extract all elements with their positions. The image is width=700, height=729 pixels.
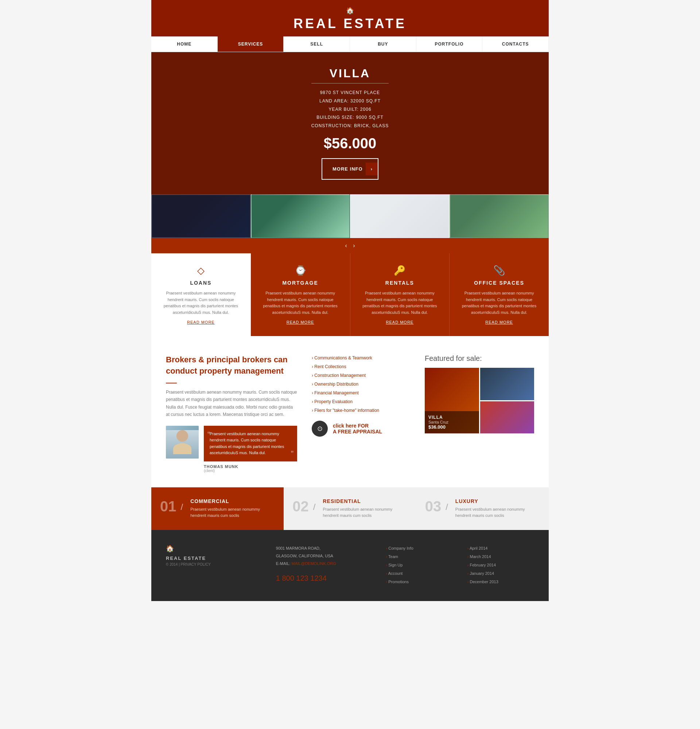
hero-building-size: BUILDING SIZE: 9000 SQ.FT (311, 113, 389, 122)
nav-home[interactable]: HOME (151, 36, 218, 52)
prev-arrow[interactable]: ‹ (345, 243, 347, 248)
archive-march-2014[interactable]: March 2014 (468, 555, 491, 559)
link-item[interactable]: Financial Management (312, 389, 410, 396)
main-content: Brokers & principal brokers can conduct … (151, 336, 549, 487)
broker-title: Brokers & principal brokers can conduct … (166, 354, 297, 377)
email-link[interactable]: MAIL@DEMOLINK.ORG (292, 561, 336, 566)
testimonial-name: THOMAS MUNK (204, 465, 297, 469)
categories-section: 01 / COMMERCIAL Praesent vestibulum aene… (151, 487, 549, 530)
featured-title: Featured for sale: (425, 354, 534, 363)
link-item[interactable]: Fliers for "take-home" information (312, 407, 410, 413)
cat-number-1: 01 (160, 498, 176, 515)
loans-title: LOANS (160, 280, 242, 286)
carousel-navigation: ‹ › (151, 238, 549, 253)
footer-brand-name: REAL ESTATE (166, 556, 261, 561)
testimonial-text: Praesent vestibulum aenean nonummy hendr… (204, 426, 297, 462)
featured-sub-property-2[interactable] (480, 401, 534, 434)
property-name: VILLA (428, 415, 475, 420)
footer-link-promotions[interactable]: Promotions (386, 579, 409, 584)
link-item[interactable]: Property Evaluation (312, 398, 410, 405)
cat-slash-2: / (313, 502, 316, 512)
appraisal-box: ⊙ click here FOR A FREE APPRAISAL (312, 421, 410, 437)
rentals-icon: 🔑 (359, 265, 441, 276)
footer-phone[interactable]: 1 800 123 1234 (276, 571, 372, 585)
thumbnail-1[interactable] (151, 194, 251, 238)
property-overlay: VILLA Santa Cruz $36.000 (425, 411, 479, 433)
hero-construction: CONSTRUCTION: BRICK, GLASS (311, 122, 389, 130)
site-footer: 🏠 REAL ESTATE © 2014 | PRIVACY POLICY 90… (151, 530, 549, 601)
footer-link-account[interactable]: Account (386, 571, 403, 575)
footer-address: 9001 MARMORA ROAD,GLASGOW, CALIFORNIA, U… (276, 545, 372, 587)
link-item[interactable]: Construction Management (312, 372, 410, 378)
archive-january-2014[interactable]: January 2014 (468, 571, 494, 575)
property-location: Santa Cruz (428, 420, 475, 424)
office-readmore[interactable]: READ MORE (458, 320, 540, 324)
appraisal-text[interactable]: click here FOR A FREE APPRAISAL (333, 423, 382, 434)
broker-section: Brokers & principal brokers can conduct … (166, 354, 297, 473)
appraisal-icon: ⊙ (312, 421, 328, 437)
cat-info-1: COMMERCIAL Praesent vestibulum aenean no… (190, 498, 275, 519)
center-section: Communications & Teamwork Rent Collectio… (312, 354, 410, 473)
nav-buy[interactable]: BUY (350, 36, 416, 52)
cat-desc-residential: Praesent vestibulum aenean nonummy hendr… (323, 506, 408, 519)
rentals-readmore[interactable]: READ MORE (359, 320, 441, 324)
title-divider (166, 383, 177, 383)
broker-description: Praesent vestibulum aenean nonummy mauri… (166, 389, 297, 418)
category-residential: 02 / RESIDENTIAL Praesent vestibulum aen… (284, 487, 416, 530)
mortgage-title: MORTGAGE (260, 280, 341, 286)
testimonial-content: Praesent vestibulum aenean nonummy hendr… (204, 426, 297, 473)
testimonial-block: Praesent vestibulum aenean nonummy hendr… (166, 426, 297, 473)
footer-link-company[interactable]: Company Info (386, 546, 414, 550)
testimonial-role: (client) (204, 469, 297, 473)
nav-portfolio[interactable]: PORTFOLIO (416, 36, 483, 52)
cat-info-2: RESIDENTIAL Praesent vestibulum aenean n… (323, 498, 408, 519)
footer-brand: 🏠 REAL ESTATE © 2014 | PRIVACY POLICY (166, 545, 261, 587)
service-loans: ◇ LOANS Praesent vestibulum aenean nonum… (151, 253, 251, 336)
rentals-title: RENTALS (359, 280, 441, 286)
mortgage-readmore[interactable]: READ MORE (260, 320, 341, 324)
site-header: 🏠 REAL ESTATE (151, 0, 549, 36)
footer-copyright: © 2014 | PRIVACY POLICY (166, 562, 261, 566)
footer-link-signup[interactable]: Sign Up (386, 563, 403, 567)
nav-services[interactable]: SERVICES (218, 36, 284, 52)
link-item[interactable]: Rent Collections (312, 363, 410, 370)
loans-readmore[interactable]: READ MORE (160, 320, 242, 324)
nav-sell[interactable]: SELL (284, 36, 350, 52)
cat-slash-3: / (446, 502, 448, 512)
featured-main-property[interactable]: VILLA Santa Cruz $36.000 (425, 368, 479, 433)
hero-section: VILLA 9870 ST VINCENT PLACE LAND AREA: 3… (151, 52, 549, 238)
featured-sub-property-1[interactable] (480, 368, 534, 400)
archive-february-2014[interactable]: February 2014 (468, 563, 496, 567)
footer-house-icon: 🏠 (166, 545, 261, 553)
main-nav: HOME SERVICES SELL BUY PORTFOLIO CONTACT… (151, 36, 549, 52)
archive-december-2013[interactable]: December 2013 (468, 579, 498, 584)
testimonial-avatar (166, 426, 199, 459)
hero-land-area: LAND AREA: 32000 SQ.FT (311, 97, 389, 105)
category-commercial: 01 / COMMERCIAL Praesent vestibulum aene… (151, 487, 284, 530)
featured-section: Featured for sale: VILLA Santa Cruz $36.… (425, 354, 534, 473)
link-item[interactable]: Ownership Distribution (312, 380, 410, 387)
nav-contacts[interactable]: CONTACTS (482, 36, 549, 52)
loans-icon: ◇ (160, 265, 242, 276)
rentals-desc: Praesent vestibulum aenean nonummy hendr… (359, 290, 441, 316)
link-item[interactable]: Communications & Teamwork (312, 354, 410, 361)
more-info-button[interactable]: MORE INFO › (322, 158, 378, 180)
service-office-spaces: 📎 OFFICE SPACES Praesent vestibulum aene… (450, 253, 549, 336)
avatar-head (176, 430, 188, 442)
footer-link-team[interactable]: Team (386, 555, 398, 559)
archive-april-2014[interactable]: April 2014 (468, 546, 488, 550)
next-arrow[interactable]: › (353, 243, 355, 248)
arrow-icon: › (366, 163, 378, 175)
cat-info-3: LUXURY Praesent vestibulum aenean nonumm… (455, 498, 540, 519)
mortgage-desc: Praesent vestibulum aenean nonummy hendr… (260, 290, 341, 316)
thumbnail-2[interactable] (251, 194, 350, 238)
thumbnail-3[interactable] (350, 194, 450, 238)
site-title: REAL ESTATE (151, 16, 549, 31)
office-title: OFFICE SPACES (458, 280, 540, 286)
thumbnail-4[interactable] (450, 194, 549, 238)
loans-desc: Praesent vestibulum aenean nonummy hendr… (160, 290, 242, 316)
footer-email: E-MAIL: MAIL@DEMOLINK.ORG (276, 560, 372, 568)
hero-content: VILLA 9870 ST VINCENT PLACE LAND AREA: 3… (311, 52, 389, 187)
cat-desc-luxury: Praesent vestibulum aenean nonummy hendr… (455, 506, 540, 519)
hero-price: $56.000 (311, 135, 389, 152)
